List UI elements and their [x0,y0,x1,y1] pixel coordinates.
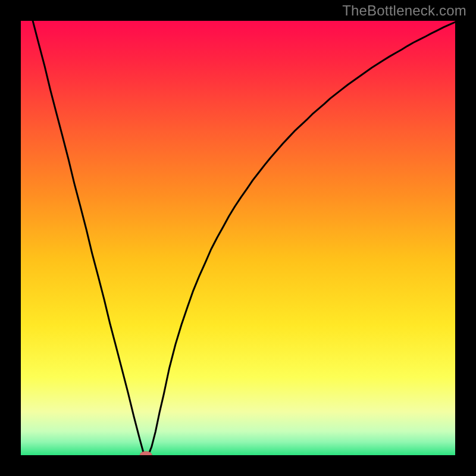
watermark-text: TheBottleneck.com [342,2,466,19]
gradient-background [21,21,455,455]
plot-area [21,21,455,455]
chart-stage: TheBottleneck.com [0,0,476,476]
chart-svg [21,21,455,455]
